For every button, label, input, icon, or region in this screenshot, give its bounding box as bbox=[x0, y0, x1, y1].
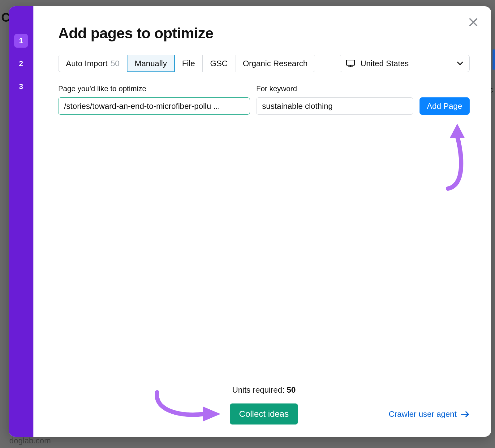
add-page-button[interactable]: Add Page bbox=[420, 97, 470, 115]
modal-footer: Units required: 50 Collect ideas Crawler… bbox=[58, 367, 470, 425]
modal-title: Add pages to optimize bbox=[58, 25, 470, 42]
modal-body: Add pages to optimize Auto Import 50 Man… bbox=[33, 6, 491, 437]
collect-ideas-button[interactable]: Collect ideas bbox=[230, 403, 298, 425]
tab-file-label: File bbox=[182, 59, 195, 68]
units-required-value: 50 bbox=[287, 385, 296, 395]
desktop-icon bbox=[346, 60, 355, 67]
close-button[interactable] bbox=[467, 15, 480, 29]
crawler-user-agent-label: Crawler user agent bbox=[389, 409, 457, 419]
keyword-input-wrapper bbox=[256, 97, 413, 115]
add-pages-modal: 1 2 3 Add pages to optimize Auto Import … bbox=[9, 6, 491, 437]
close-icon bbox=[469, 18, 478, 27]
chevron-down-icon bbox=[457, 62, 463, 65]
step-3[interactable]: 3 bbox=[14, 80, 28, 93]
keyword-input-label: For keyword bbox=[256, 84, 470, 93]
tab-auto-import-count: 50 bbox=[110, 59, 119, 68]
svg-marker-5 bbox=[450, 124, 465, 138]
tab-auto-import-label: Auto Import bbox=[66, 59, 107, 68]
units-required-prefix: Units required: bbox=[232, 385, 286, 395]
country-select[interactable]: United States bbox=[340, 55, 470, 72]
svg-marker-6 bbox=[203, 407, 221, 421]
tab-manually-label: Manually bbox=[135, 59, 167, 68]
background-blue-sliver bbox=[493, 49, 495, 70]
inputs-row: Add Page bbox=[58, 97, 470, 115]
input-labels: Page you'd like to optimize For keyword bbox=[58, 84, 470, 93]
tab-organic-research[interactable]: Organic Research bbox=[235, 55, 315, 72]
step-rail: 1 2 3 bbox=[9, 6, 33, 437]
arrow-right-icon bbox=[461, 411, 470, 417]
step-1[interactable]: 1 bbox=[14, 34, 28, 48]
step-2[interactable]: 2 bbox=[14, 57, 28, 70]
background-hint-url: doglab.com bbox=[9, 436, 51, 446]
crawler-user-agent-link[interactable]: Crawler user agent bbox=[389, 409, 470, 419]
keyword-input[interactable] bbox=[262, 101, 407, 111]
units-required: Units required: 50 bbox=[232, 385, 295, 395]
page-input-wrapper bbox=[58, 97, 250, 115]
top-row: Auto Import 50 Manually File GSC Organic… bbox=[58, 55, 470, 72]
annotation-arrow-add-page bbox=[439, 124, 473, 193]
page-input[interactable] bbox=[64, 101, 244, 111]
tab-manually[interactable]: Manually bbox=[127, 55, 174, 72]
tab-file[interactable]: File bbox=[174, 55, 203, 72]
country-label: United States bbox=[360, 59, 409, 68]
tab-organic-research-label: Organic Research bbox=[243, 59, 308, 68]
page-input-label: Page you'd like to optimize bbox=[58, 84, 250, 93]
tab-gsc-label: GSC bbox=[210, 59, 227, 68]
tab-gsc[interactable]: GSC bbox=[203, 55, 235, 72]
tab-auto-import[interactable]: Auto Import 50 bbox=[58, 55, 127, 72]
source-tabs: Auto Import 50 Manually File GSC Organic… bbox=[58, 55, 315, 72]
annotation-arrow-collect-ideas bbox=[151, 389, 222, 425]
svg-rect-2 bbox=[346, 60, 355, 65]
